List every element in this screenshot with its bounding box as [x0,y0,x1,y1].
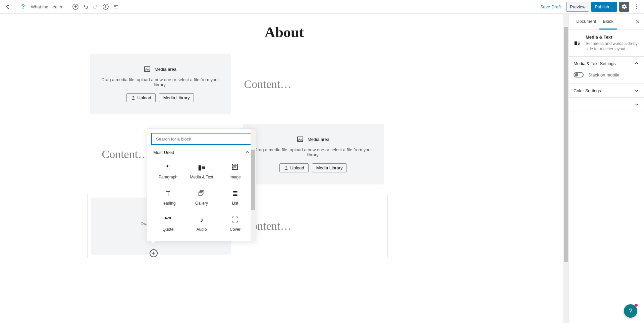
block-label: Paragraph [159,175,177,179]
sidebar-tabs: Document Block [569,14,644,30]
block-icon: ♪ [200,216,203,224]
inserter-scrollbar[interactable] [251,129,256,241]
add-block-button[interactable] [70,0,80,13]
media-area-title: Media area [308,137,329,142]
toggle-sidebar-button[interactable] [619,2,629,12]
media-text-block-icon [574,35,581,52]
panel-media-text-settings: Media & Text Settings Stack on mobile [569,57,644,84]
undo-button[interactable] [80,0,91,13]
back-button[interactable] [0,0,15,13]
panel-color-settings: Color Settings [569,84,644,98]
tab-document[interactable]: Document [573,14,599,30]
close-icon [635,19,640,24]
page-title[interactable]: About [90,24,479,41]
undo-icon [82,3,89,10]
upload-button[interactable]: Upload [126,93,156,102]
panel-media-text-header[interactable]: Media & Text Settings [569,57,644,70]
block-icon: 🖼 [232,164,238,171]
media-area[interactable]: Media area Drag a media file, upload a n… [243,124,384,184]
site-logo-icon: ? [20,3,26,10]
help-button[interactable]: ? [624,304,637,318]
block-name: Media & Text [586,35,639,40]
upload-icon [131,96,136,100]
block-type-audio[interactable]: ♪Audio [185,211,218,237]
media-area-hint: Drag a media file, upload a new one or s… [97,77,224,87]
block-inserter-popover: Most Used ¶Paragraph▮≡Media & Text🖼Image… [147,128,256,241]
back-icon [4,3,11,10]
block-label: Cover [230,227,240,232]
svg-point-4 [636,6,637,7]
block-icon: 🗇 [198,190,205,198]
chevron-up-icon [245,150,250,155]
media-library-button[interactable]: Media Library [312,163,347,172]
block-label: List [232,201,238,206]
site-name: What the Health [31,4,69,9]
block-icon: ⛶ [232,216,238,224]
outline-button[interactable] [111,0,121,13]
block-description: Set media and words side-by-side for a r… [586,41,639,52]
top-toolbar: ? What the Health [0,0,644,14]
upload-button[interactable]: Upload [279,163,309,172]
redo-icon [92,3,99,10]
media-library-button[interactable]: Media Library [159,93,194,102]
canvas-scrollbar[interactable] [563,14,569,323]
block-label: Media & Text [190,175,213,179]
svg-point-2 [105,5,106,6]
stack-on-mobile-toggle[interactable]: Stack on mobile [574,72,639,77]
redo-button[interactable] [91,0,101,13]
block-type-gallery[interactable]: 🗇Gallery [185,184,218,211]
chevron-up-icon [634,61,639,66]
toolbar-right: Save Draft Preview Publish… [537,0,644,13]
site-icon-button[interactable]: ? [15,0,31,13]
block-type-quote[interactable]: ❝❞Quote [151,211,185,237]
block-label: Gallery [195,201,208,206]
media-area-icon [144,66,151,72]
block-label: Quote [163,227,174,232]
editor-canvas[interactable]: About Media area Drag a media file, uplo… [0,14,569,323]
panel-advanced [569,98,644,111]
panel-color-header[interactable]: Color Settings [569,84,644,97]
block-type-list[interactable]: ≣List [218,184,252,211]
info-icon [102,3,109,10]
editor-layout: About Media area Drag a media file, uplo… [0,14,644,323]
svg-rect-7 [298,137,303,142]
chevron-down-icon [634,88,639,93]
block-type-cover[interactable]: ⛶Cover [218,211,252,237]
svg-point-5 [636,8,637,9]
publish-button[interactable]: Publish… [591,2,617,12]
tab-block[interactable]: Block [599,14,617,30]
media-area-hint: Drag a media file, upload a new one or s… [250,147,377,157]
media-area[interactable]: Media area Drag a media file, upload a n… [90,54,231,114]
outline-icon [112,3,119,10]
block-type-media-text[interactable]: ▮≡Media & Text [185,158,218,184]
block-type-paragraph[interactable]: ¶Paragraph [151,158,185,184]
close-sidebar-button[interactable] [633,17,643,27]
inserter-category-header[interactable]: Most Used [151,145,252,158]
svg-rect-6 [145,67,150,71]
block-label: Audio [197,227,207,232]
info-button[interactable] [101,0,111,13]
preview-button[interactable]: Preview [566,2,589,12]
block-icon: ❝❞ [164,216,172,224]
block-search-input[interactable] [151,133,252,145]
toggle-switch[interactable] [574,72,584,77]
upload-icon [284,166,288,170]
toolbar-left: ? What the Health [0,0,121,13]
help-icon: ? [629,307,632,315]
category-title: Most Used [153,150,174,155]
save-draft-button[interactable]: Save Draft [537,4,564,9]
content-placeholder[interactable]: Content… [231,54,385,114]
block-label: Image [229,175,240,179]
block-info: Media & Text Set media and words side-by… [569,30,644,57]
block-grid: ¶Paragraph▮≡Media & Text🖼ImageTHeading🗇G… [151,158,252,237]
block-icon: ▮≡ [198,163,206,171]
panel-advanced-header[interactable] [569,98,644,111]
plus-icon [151,251,156,256]
svg-point-3 [636,4,637,5]
more-menu-button[interactable] [631,2,641,12]
add-block-inline-button[interactable] [150,249,158,257]
block-type-heading[interactable]: THeading [151,184,185,211]
media-text-block[interactable]: Media area Drag a media file, upload a n… [90,54,385,114]
block-type-image[interactable]: 🖼Image [218,158,252,184]
block-icon: ≣ [232,190,238,198]
